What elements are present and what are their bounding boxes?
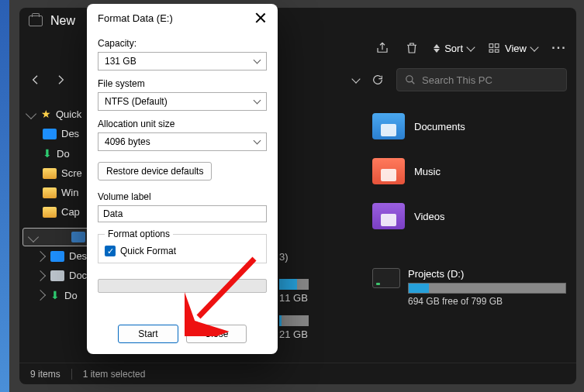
sidebar-item-label: Do	[64, 290, 78, 301]
search-icon	[405, 74, 416, 85]
selection-count: 1 item selected	[83, 369, 146, 380]
documents-icon	[50, 270, 64, 281]
sidebar-item-label: Do	[57, 148, 70, 160]
dialog-titlebar: Format Data (E:)	[87, 4, 278, 32]
chevron-down-icon	[466, 43, 475, 51]
chevron-down-icon	[530, 43, 538, 51]
chevron-down-icon	[28, 232, 39, 242]
folder-icon	[43, 207, 57, 218]
drive-icon	[372, 268, 400, 288]
back-button[interactable]	[29, 73, 43, 87]
sidebar-item-label: Des	[69, 250, 87, 262]
sort-icon	[434, 44, 440, 53]
sidebar-item-label: Scre	[61, 167, 82, 179]
status-bar: 9 items 1 item selected	[19, 363, 576, 384]
delete-icon[interactable]	[404, 40, 420, 56]
more-icon[interactable]: ···	[551, 40, 567, 56]
drive-free-text: 694 GB free of 799 GB	[408, 296, 566, 307]
checkbox-checked-icon: ✓	[105, 246, 116, 256]
filesystem-label: File system	[98, 78, 267, 89]
allocation-label: Allocation unit size	[98, 119, 267, 129]
dialog-title: Format Data (E:)	[98, 12, 173, 24]
quick-format-label: Quick Format	[120, 246, 176, 256]
download-icon: ⬇	[43, 147, 52, 160]
format-options-legend: Format options	[105, 229, 173, 239]
drive-bar-peek	[279, 315, 309, 326]
drive-usage-bar	[408, 283, 566, 294]
folder-videos[interactable]: Videos	[372, 203, 561, 229]
format-options-group: Format options ✓ Quick Format	[98, 229, 267, 263]
group-count-peek: 3)	[279, 251, 289, 263]
svg-rect-3	[495, 50, 499, 52]
folder-icon	[43, 187, 57, 198]
restore-defaults-button[interactable]: Restore device defaults	[98, 162, 212, 181]
chevron-down-icon	[26, 108, 36, 119]
svg-rect-2	[489, 50, 493, 52]
drive-bar-peek	[279, 279, 309, 290]
sort-button[interactable]: Sort	[434, 43, 474, 54]
close-button[interactable]: Close	[186, 325, 247, 343]
pc-icon	[71, 232, 85, 242]
filesystem-value: NTFS (Default)	[105, 96, 168, 107]
capacity-value: 131 GB	[105, 56, 136, 67]
star-icon: ★	[41, 108, 51, 120]
videos-folder-icon	[372, 203, 405, 229]
format-dialog: Format Data (E:) Capacity: 131 GB File s…	[87, 4, 278, 354]
volume-label-label: Volume label	[98, 191, 267, 202]
chevron-right-icon	[35, 270, 46, 280]
drive-d[interactable]: Projects (D:) 694 GB free of 799 GB	[372, 268, 566, 307]
sidebar-item-label: Win	[61, 187, 78, 198]
svg-rect-1	[495, 44, 499, 48]
windows-taskbar-edge	[0, 0, 9, 392]
desktop-icon	[43, 129, 57, 139]
folder-label: Documents	[414, 121, 465, 132]
capacity-select[interactable]: 131 GB	[98, 52, 267, 70]
filesystem-select[interactable]: NTFS (Default)	[98, 92, 267, 111]
svg-point-4	[406, 76, 413, 82]
sort-label: Sort	[444, 43, 463, 54]
music-folder-icon	[372, 158, 405, 184]
sidebar-item-label: Cap	[61, 206, 80, 218]
close-icon[interactable]	[254, 12, 267, 24]
start-button[interactable]: Start	[118, 325, 178, 343]
sidebar-item-label: Des	[61, 128, 79, 139]
share-icon[interactable]	[375, 40, 390, 56]
refresh-button[interactable]	[370, 72, 385, 88]
drive-name: Projects (D:)	[408, 268, 566, 280]
folder-documents[interactable]: Documents	[372, 113, 561, 139]
chevron-down-icon	[254, 57, 261, 64]
separator	[71, 369, 72, 380]
new-button-label[interactable]: New	[50, 14, 75, 28]
view-label: View	[505, 43, 527, 54]
sidebar-item-label: Doc	[69, 270, 87, 281]
chevron-down-icon	[254, 137, 261, 145]
chevron-right-icon	[35, 290, 46, 301]
dialog-actions: Start Close	[87, 315, 278, 354]
desktop-icon	[50, 251, 64, 262]
download-icon: ⬇	[50, 289, 60, 301]
view-icon	[488, 42, 500, 54]
drive-c-size-peek: 11 GB	[279, 292, 308, 304]
address-chevron-icon[interactable]	[351, 74, 360, 83]
search-placeholder: Search This PC	[422, 74, 492, 86]
folder-icon	[43, 168, 57, 179]
allocation-select[interactable]: 4096 bytes	[98, 132, 267, 151]
chevron-down-icon	[254, 97, 261, 105]
volume-label-input[interactable]	[98, 205, 267, 222]
sidebar-item-label: Quick	[56, 108, 81, 120]
folder-music[interactable]: Music	[372, 158, 561, 184]
chevron-right-icon	[35, 250, 46, 261]
drive-e-size-peek: 21 GB	[279, 328, 308, 340]
view-button[interactable]: View	[488, 42, 537, 54]
quick-format-checkbox[interactable]: ✓ Quick Format	[105, 246, 260, 256]
format-progress-bar	[98, 279, 267, 293]
item-count: 9 items	[30, 369, 60, 380]
new-folder-icon	[29, 15, 43, 26]
forward-button[interactable]	[54, 73, 67, 87]
svg-rect-0	[489, 44, 493, 48]
folder-label: Videos	[414, 211, 445, 222]
search-input[interactable]: Search This PC	[396, 68, 567, 91]
folder-label: Music	[414, 166, 441, 177]
capacity-label: Capacity:	[98, 38, 267, 49]
documents-folder-icon	[372, 113, 405, 139]
